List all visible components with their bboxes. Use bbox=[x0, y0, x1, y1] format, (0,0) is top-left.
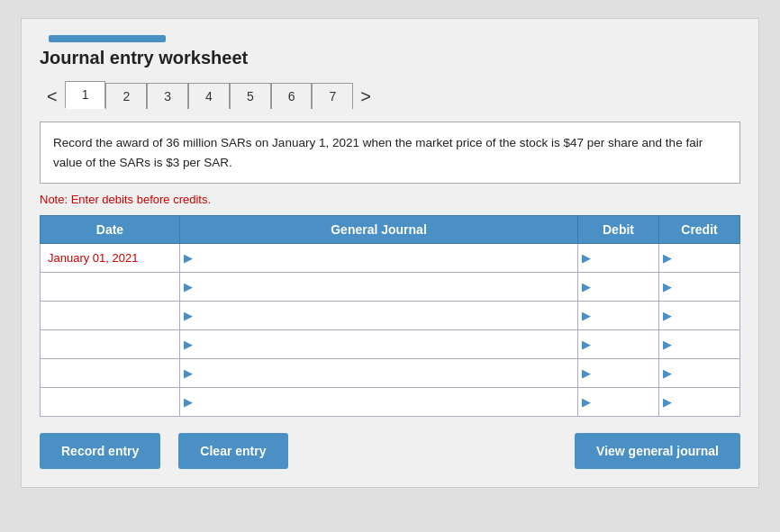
debit-input-5[interactable] bbox=[594, 359, 658, 387]
instruction-box: Record the award of 36 million SARs on J… bbox=[40, 122, 740, 184]
view-general-journal-button[interactable]: View general journal bbox=[575, 433, 740, 469]
journal-input-1[interactable] bbox=[196, 244, 577, 272]
header-debit: Debit bbox=[578, 216, 659, 244]
debit-cell-2[interactable]: ▶ bbox=[578, 273, 659, 302]
credit-arrow-3: ▶ bbox=[663, 309, 672, 322]
progress-bar bbox=[49, 35, 166, 42]
credit-cell-6[interactable]: ▶ bbox=[659, 388, 740, 417]
credit-input-3[interactable] bbox=[676, 302, 739, 329]
journal-table: Date General Journal Debit Credit Januar… bbox=[40, 215, 740, 417]
credit-input-2[interactable] bbox=[676, 273, 739, 301]
clear-entry-button[interactable]: Clear entry bbox=[178, 433, 287, 469]
credit-cell-3[interactable]: ▶ bbox=[659, 302, 740, 330]
journal-cell-4[interactable]: ▶ bbox=[180, 330, 578, 359]
debit-arrow-6: ▶ bbox=[582, 395, 591, 409]
credit-input-6[interactable] bbox=[676, 388, 739, 416]
arrow-icon-6: ▶ bbox=[184, 395, 193, 409]
journal-cell-1[interactable]: ▶ bbox=[180, 244, 578, 273]
instruction-text: Record the award of 36 million SARs on J… bbox=[53, 136, 703, 169]
date-cell-3 bbox=[41, 302, 180, 330]
journal-input-6[interactable] bbox=[196, 388, 577, 416]
credit-arrow-6: ▶ bbox=[663, 395, 672, 409]
date-cell-6 bbox=[41, 388, 180, 417]
buttons-row: Record entry Clear entry View general jo… bbox=[40, 433, 740, 469]
table-row: ▶ ▶ ▶ bbox=[41, 330, 740, 359]
tabs-list: 1 2 3 4 5 6 7 bbox=[65, 81, 354, 109]
journal-input-3[interactable] bbox=[196, 302, 577, 329]
arrow-icon-3: ▶ bbox=[184, 309, 193, 322]
debit-input-2[interactable] bbox=[594, 273, 658, 301]
credit-cell-2[interactable]: ▶ bbox=[659, 273, 740, 302]
table-row: ▶ ▶ ▶ bbox=[41, 359, 740, 388]
worksheet-container: Journal entry worksheet < 1 2 3 4 5 6 7 … bbox=[21, 18, 759, 488]
page-title: Journal entry worksheet bbox=[40, 48, 740, 68]
tab-2[interactable]: 2 bbox=[105, 83, 147, 109]
arrow-icon-5: ▶ bbox=[184, 366, 193, 380]
header-credit: Credit bbox=[659, 216, 740, 244]
debit-cell-5[interactable]: ▶ bbox=[578, 359, 659, 388]
table-row: January 01, 2021 ▶ ▶ ▶ bbox=[41, 244, 740, 273]
arrow-icon-4: ▶ bbox=[184, 338, 193, 351]
debit-input-1[interactable] bbox=[594, 244, 658, 272]
debit-cell-3[interactable]: ▶ bbox=[578, 302, 659, 330]
date-cell-5 bbox=[41, 359, 180, 388]
debit-arrow-5: ▶ bbox=[582, 366, 591, 380]
debit-cell-4[interactable]: ▶ bbox=[578, 330, 659, 359]
tab-3[interactable]: 3 bbox=[147, 83, 188, 109]
table-row: ▶ ▶ ▶ bbox=[41, 273, 740, 302]
date-cell-2 bbox=[41, 273, 180, 302]
credit-arrow-1: ▶ bbox=[663, 251, 672, 265]
journal-cell-5[interactable]: ▶ bbox=[180, 359, 578, 388]
header-date: Date bbox=[41, 216, 180, 244]
credit-input-4[interactable] bbox=[676, 330, 739, 358]
journal-cell-3[interactable]: ▶ bbox=[180, 302, 578, 330]
date-cell-4 bbox=[41, 330, 180, 359]
note-text: Note: Enter debits before credits. bbox=[40, 193, 740, 206]
debit-arrow-2: ▶ bbox=[582, 280, 591, 293]
tab-1[interactable]: 1 bbox=[65, 81, 106, 109]
journal-input-5[interactable] bbox=[196, 359, 577, 387]
debit-cell-1[interactable]: ▶ bbox=[578, 244, 659, 273]
debit-input-3[interactable] bbox=[594, 302, 658, 329]
header-journal: General Journal bbox=[180, 216, 578, 244]
debit-arrow-1: ▶ bbox=[582, 251, 591, 265]
date-cell-1: January 01, 2021 bbox=[41, 244, 180, 273]
prev-arrow[interactable]: < bbox=[40, 84, 65, 109]
journal-cell-2[interactable]: ▶ bbox=[180, 273, 578, 302]
credit-input-5[interactable] bbox=[676, 359, 739, 387]
credit-arrow-2: ▶ bbox=[663, 280, 672, 293]
debit-cell-6[interactable]: ▶ bbox=[578, 388, 659, 417]
debit-arrow-4: ▶ bbox=[582, 338, 591, 351]
credit-cell-1[interactable]: ▶ bbox=[659, 244, 740, 273]
record-entry-button[interactable]: Record entry bbox=[40, 433, 160, 469]
arrow-icon-1: ▶ bbox=[184, 251, 193, 265]
tabs-row: < 1 2 3 4 5 6 7 > bbox=[40, 81, 740, 109]
journal-cell-6[interactable]: ▶ bbox=[180, 388, 578, 417]
arrow-icon-2: ▶ bbox=[184, 280, 193, 293]
debit-input-6[interactable] bbox=[594, 388, 658, 416]
tab-5[interactable]: 5 bbox=[230, 83, 271, 109]
progress-bar-area bbox=[40, 35, 740, 42]
tab-7[interactable]: 7 bbox=[312, 83, 353, 109]
table-row: ▶ ▶ ▶ bbox=[41, 302, 740, 330]
tab-4[interactable]: 4 bbox=[188, 83, 230, 109]
credit-input-1[interactable] bbox=[676, 244, 739, 272]
credit-cell-4[interactable]: ▶ bbox=[659, 330, 740, 359]
tab-6[interactable]: 6 bbox=[271, 83, 313, 109]
debit-arrow-3: ▶ bbox=[582, 309, 591, 322]
credit-cell-5[interactable]: ▶ bbox=[659, 359, 740, 388]
debit-input-4[interactable] bbox=[594, 330, 658, 358]
table-row: ▶ ▶ ▶ bbox=[41, 388, 740, 417]
journal-input-2[interactable] bbox=[196, 273, 577, 301]
journal-input-4[interactable] bbox=[196, 330, 577, 358]
credit-arrow-4: ▶ bbox=[663, 338, 672, 351]
credit-arrow-5: ▶ bbox=[663, 366, 672, 380]
next-arrow[interactable]: > bbox=[353, 84, 378, 109]
